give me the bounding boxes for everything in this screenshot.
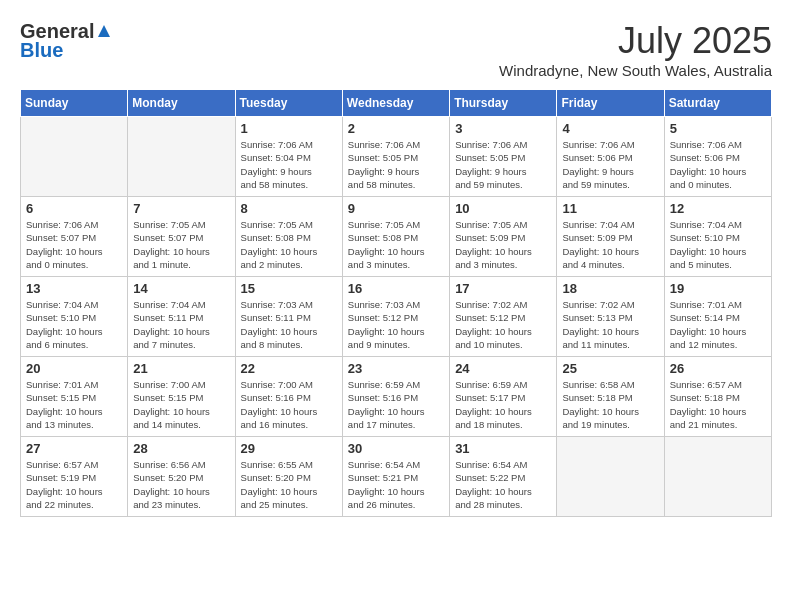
day-number: 18 [562,281,658,296]
day-number: 6 [26,201,122,216]
day-info: Sunrise: 7:05 AM Sunset: 5:08 PM Dayligh… [348,218,444,271]
calendar-cell: 24Sunrise: 6:59 AM Sunset: 5:17 PM Dayli… [450,357,557,437]
day-info: Sunrise: 6:57 AM Sunset: 5:19 PM Dayligh… [26,458,122,511]
day-info: Sunrise: 7:06 AM Sunset: 5:05 PM Dayligh… [348,138,444,191]
calendar-cell: 7Sunrise: 7:05 AM Sunset: 5:07 PM Daylig… [128,197,235,277]
day-number: 5 [670,121,766,136]
day-info: Sunrise: 7:04 AM Sunset: 5:11 PM Dayligh… [133,298,229,351]
weekday-header-wednesday: Wednesday [342,90,449,117]
day-number: 25 [562,361,658,376]
calendar-cell: 18Sunrise: 7:02 AM Sunset: 5:13 PM Dayli… [557,277,664,357]
day-number: 24 [455,361,551,376]
logo: General Blue [20,20,112,62]
week-row-1: 1Sunrise: 7:06 AM Sunset: 5:04 PM Daylig… [21,117,772,197]
day-info: Sunrise: 7:06 AM Sunset: 5:04 PM Dayligh… [241,138,337,191]
weekday-header-row: SundayMondayTuesdayWednesdayThursdayFrid… [21,90,772,117]
calendar-cell: 27Sunrise: 6:57 AM Sunset: 5:19 PM Dayli… [21,437,128,517]
weekday-header-saturday: Saturday [664,90,771,117]
calendar-cell: 10Sunrise: 7:05 AM Sunset: 5:09 PM Dayli… [450,197,557,277]
calendar-cell: 28Sunrise: 6:56 AM Sunset: 5:20 PM Dayli… [128,437,235,517]
day-info: Sunrise: 6:54 AM Sunset: 5:21 PM Dayligh… [348,458,444,511]
calendar-cell: 23Sunrise: 6:59 AM Sunset: 5:16 PM Dayli… [342,357,449,437]
calendar-cell: 2Sunrise: 7:06 AM Sunset: 5:05 PM Daylig… [342,117,449,197]
calendar-cell: 22Sunrise: 7:00 AM Sunset: 5:16 PM Dayli… [235,357,342,437]
day-info: Sunrise: 7:01 AM Sunset: 5:15 PM Dayligh… [26,378,122,431]
week-row-4: 20Sunrise: 7:01 AM Sunset: 5:15 PM Dayli… [21,357,772,437]
weekday-header-tuesday: Tuesday [235,90,342,117]
calendar-cell: 13Sunrise: 7:04 AM Sunset: 5:10 PM Dayli… [21,277,128,357]
calendar-cell: 30Sunrise: 6:54 AM Sunset: 5:21 PM Dayli… [342,437,449,517]
day-info: Sunrise: 6:59 AM Sunset: 5:16 PM Dayligh… [348,378,444,431]
day-info: Sunrise: 7:01 AM Sunset: 5:14 PM Dayligh… [670,298,766,351]
week-row-2: 6Sunrise: 7:06 AM Sunset: 5:07 PM Daylig… [21,197,772,277]
day-info: Sunrise: 6:57 AM Sunset: 5:18 PM Dayligh… [670,378,766,431]
day-info: Sunrise: 7:02 AM Sunset: 5:13 PM Dayligh… [562,298,658,351]
calendar-cell [128,117,235,197]
day-number: 16 [348,281,444,296]
day-number: 9 [348,201,444,216]
day-number: 17 [455,281,551,296]
day-number: 10 [455,201,551,216]
day-info: Sunrise: 7:06 AM Sunset: 5:06 PM Dayligh… [670,138,766,191]
day-number: 4 [562,121,658,136]
day-number: 8 [241,201,337,216]
day-info: Sunrise: 7:04 AM Sunset: 5:10 PM Dayligh… [670,218,766,271]
page-header: General Blue July 2025 Windradyne, New S… [20,20,772,79]
day-info: Sunrise: 7:04 AM Sunset: 5:10 PM Dayligh… [26,298,122,351]
day-info: Sunrise: 7:02 AM Sunset: 5:12 PM Dayligh… [455,298,551,351]
day-number: 15 [241,281,337,296]
week-row-3: 13Sunrise: 7:04 AM Sunset: 5:10 PM Dayli… [21,277,772,357]
day-info: Sunrise: 7:06 AM Sunset: 5:05 PM Dayligh… [455,138,551,191]
calendar-cell: 25Sunrise: 6:58 AM Sunset: 5:18 PM Dayli… [557,357,664,437]
calendar-cell: 15Sunrise: 7:03 AM Sunset: 5:11 PM Dayli… [235,277,342,357]
day-number: 30 [348,441,444,456]
calendar-cell: 9Sunrise: 7:05 AM Sunset: 5:08 PM Daylig… [342,197,449,277]
calendar-cell: 12Sunrise: 7:04 AM Sunset: 5:10 PM Dayli… [664,197,771,277]
day-number: 12 [670,201,766,216]
calendar-cell: 29Sunrise: 6:55 AM Sunset: 5:20 PM Dayli… [235,437,342,517]
day-info: Sunrise: 7:00 AM Sunset: 5:16 PM Dayligh… [241,378,337,431]
calendar-cell: 14Sunrise: 7:04 AM Sunset: 5:11 PM Dayli… [128,277,235,357]
weekday-header-thursday: Thursday [450,90,557,117]
calendar-cell: 31Sunrise: 6:54 AM Sunset: 5:22 PM Dayli… [450,437,557,517]
day-number: 23 [348,361,444,376]
calendar-cell: 16Sunrise: 7:03 AM Sunset: 5:12 PM Dayli… [342,277,449,357]
day-info: Sunrise: 6:56 AM Sunset: 5:20 PM Dayligh… [133,458,229,511]
day-number: 22 [241,361,337,376]
day-number: 7 [133,201,229,216]
day-info: Sunrise: 6:54 AM Sunset: 5:22 PM Dayligh… [455,458,551,511]
day-number: 29 [241,441,337,456]
day-number: 1 [241,121,337,136]
day-info: Sunrise: 7:04 AM Sunset: 5:09 PM Dayligh… [562,218,658,271]
calendar-cell: 8Sunrise: 7:05 AM Sunset: 5:08 PM Daylig… [235,197,342,277]
weekday-header-sunday: Sunday [21,90,128,117]
logo-arrow-icon [96,23,112,43]
calendar-cell: 1Sunrise: 7:06 AM Sunset: 5:04 PM Daylig… [235,117,342,197]
day-info: Sunrise: 7:06 AM Sunset: 5:07 PM Dayligh… [26,218,122,271]
day-info: Sunrise: 7:00 AM Sunset: 5:15 PM Dayligh… [133,378,229,431]
calendar-cell: 4Sunrise: 7:06 AM Sunset: 5:06 PM Daylig… [557,117,664,197]
title-block: July 2025 Windradyne, New South Wales, A… [499,20,772,79]
day-info: Sunrise: 6:58 AM Sunset: 5:18 PM Dayligh… [562,378,658,431]
calendar-cell: 5Sunrise: 7:06 AM Sunset: 5:06 PM Daylig… [664,117,771,197]
svg-marker-0 [98,25,110,37]
week-row-5: 27Sunrise: 6:57 AM Sunset: 5:19 PM Dayli… [21,437,772,517]
day-number: 11 [562,201,658,216]
day-number: 13 [26,281,122,296]
day-info: Sunrise: 7:03 AM Sunset: 5:11 PM Dayligh… [241,298,337,351]
day-info: Sunrise: 6:55 AM Sunset: 5:20 PM Dayligh… [241,458,337,511]
day-info: Sunrise: 7:05 AM Sunset: 5:07 PM Dayligh… [133,218,229,271]
day-number: 27 [26,441,122,456]
calendar-cell: 19Sunrise: 7:01 AM Sunset: 5:14 PM Dayli… [664,277,771,357]
calendar-cell: 6Sunrise: 7:06 AM Sunset: 5:07 PM Daylig… [21,197,128,277]
month-title: July 2025 [499,20,772,62]
day-number: 14 [133,281,229,296]
day-number: 21 [133,361,229,376]
day-info: Sunrise: 7:06 AM Sunset: 5:06 PM Dayligh… [562,138,658,191]
calendar-cell: 26Sunrise: 6:57 AM Sunset: 5:18 PM Dayli… [664,357,771,437]
logo-blue-text: Blue [20,39,63,62]
weekday-header-monday: Monday [128,90,235,117]
day-info: Sunrise: 7:03 AM Sunset: 5:12 PM Dayligh… [348,298,444,351]
calendar-cell: 21Sunrise: 7:00 AM Sunset: 5:15 PM Dayli… [128,357,235,437]
day-number: 26 [670,361,766,376]
